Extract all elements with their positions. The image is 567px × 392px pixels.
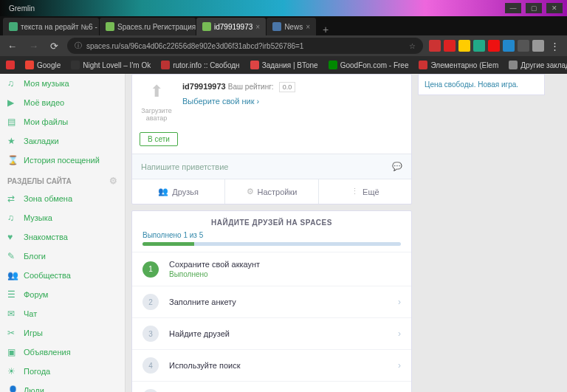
sidebar-item-label: Люди xyxy=(24,386,44,392)
sidebar-item-icon: ▤ xyxy=(7,117,18,127)
bookmark-icon xyxy=(71,61,80,69)
ext-icon[interactable] xyxy=(503,40,515,52)
browser-tab[interactable]: id79919973× xyxy=(196,18,266,35)
tab-label: Друзья xyxy=(172,188,199,196)
ext-icon[interactable] xyxy=(473,40,485,52)
forward-button[interactable]: → xyxy=(26,41,41,52)
sidebar-item[interactable]: ★Закладки xyxy=(0,131,125,151)
sidebar-item[interactable]: ☰Форум xyxy=(0,285,125,304)
bookmark-icon xyxy=(509,61,518,69)
browser-tab[interactable]: Spaces.ru Регистрация× xyxy=(100,18,196,35)
sidebar-item-label: Игры xyxy=(24,329,43,337)
minimize-button[interactable]: — xyxy=(505,3,521,13)
onboarding-step[interactable]: 5Пригласите друзей› xyxy=(132,381,411,392)
yandex-icon[interactable] xyxy=(6,61,15,69)
sidebar-item-label: Мои файлы xyxy=(24,117,68,126)
center-column: ⬆ Загрузите аватар id79919973 Ваш рейтин… xyxy=(131,74,412,392)
tab-label: текста на рерайт №6 - xyxy=(21,23,97,31)
sidebar-item[interactable]: ♫Моя музыка xyxy=(0,74,125,93)
bookmarks-bar: GoogleNight Lovell – I'm Okrutor.info ::… xyxy=(0,56,567,74)
favicon xyxy=(202,22,211,31)
browser-tab[interactable]: News× xyxy=(267,18,316,35)
bookmark-item[interactable]: Night Lovell – I'm Ok xyxy=(71,61,151,69)
sidebar-item[interactable]: ☀Погода xyxy=(0,362,125,381)
step-sublabel: Выполнено xyxy=(169,270,401,278)
sidebar-item[interactable]: ⇄Зона обмена xyxy=(0,189,125,208)
browser-tabs: текста на рерайт №6 - ×Spaces.ru Регистр… xyxy=(0,16,567,35)
window-title: Gremlin xyxy=(9,4,35,13)
sidebar-item-icon: ✎ xyxy=(7,251,18,261)
sidebar-item[interactable]: ♥Знакомства xyxy=(0,227,125,247)
sidebar-item-icon: ♫ xyxy=(7,78,18,89)
onboarding-step[interactable]: 1Сохраните свой аккаунтВыполнено xyxy=(132,252,411,286)
rating-value: 0.0 xyxy=(279,82,296,92)
maximize-button[interactable]: ▢ xyxy=(526,3,542,13)
step-number: 5 xyxy=(142,389,159,392)
bookmark-label: Задания | BTone xyxy=(262,61,318,69)
sidebar-item[interactable]: ⌛История посещений xyxy=(0,151,125,170)
close-button[interactable]: ✕ xyxy=(546,3,563,13)
onboarding-step[interactable]: 2Заполните анкету› xyxy=(132,286,411,317)
bookmark-item[interactable]: Google xyxy=(25,61,61,69)
bookmark-item[interactable]: GoodFon.com - Free xyxy=(329,61,409,69)
browser-tab[interactable]: текста на рерайт №6 - × xyxy=(3,18,99,35)
back-button[interactable]: ← xyxy=(4,41,20,52)
tab-close-icon[interactable]: × xyxy=(306,23,310,31)
sidebar-item[interactable]: ♫Музыка xyxy=(0,208,125,227)
step-number: 3 xyxy=(142,326,159,342)
profile-tab[interactable]: 👥Друзья xyxy=(132,179,225,204)
tab-label: Ещё xyxy=(362,188,379,196)
sidebar-item-icon: ✉ xyxy=(7,309,18,319)
reload-button[interactable]: ⟳ xyxy=(47,41,61,52)
sidebar-item[interactable]: ▤Мои файлы xyxy=(0,112,125,131)
bookmark-star-icon[interactable]: ☆ xyxy=(409,42,416,50)
sidebar-item[interactable]: ✂Игры xyxy=(0,323,125,343)
upload-icon: ⬆ xyxy=(145,82,168,106)
bookmark-icon xyxy=(250,61,259,69)
sidebar-item-label: Моя музыка xyxy=(24,79,69,88)
find-friends-card: НАЙДИТЕ ДРУЗЕЙ НА SPACES Выполнено 1 из … xyxy=(131,210,412,392)
sidebar-item[interactable]: ▶Моё видео xyxy=(0,93,125,112)
sidebar-item-icon: ▣ xyxy=(7,347,18,357)
ext-icon[interactable] xyxy=(429,40,441,52)
tab-label: Настройки xyxy=(258,188,298,196)
sidebar-item[interactable]: ✎Блоги xyxy=(0,247,125,266)
right-panel-link[interactable]: Цена свободы. Новая игра. xyxy=(418,74,545,95)
rating-label: Ваш рейтинг: xyxy=(228,83,274,91)
sidebar-item-icon: ♥ xyxy=(7,232,18,242)
onboarding-step[interactable]: 4Используйте поиск› xyxy=(132,349,411,381)
ext-icon[interactable] xyxy=(488,40,500,52)
profile-tab[interactable]: ⋮Ещё xyxy=(319,179,411,204)
gear-icon[interactable]: ⚙ xyxy=(109,176,117,186)
sidebar-item-label: Зона обмена xyxy=(24,194,72,203)
bookmark-item[interactable]: rutor.info :: Свободн xyxy=(161,61,239,69)
url-input[interactable]: ⓘ spaces.ru/sa/96ca4d06c22656d8e902e3d06… xyxy=(67,38,423,54)
bookmark-label: Элементарно (Elem xyxy=(430,61,498,69)
bookmark-label: rutor.info :: Свободн xyxy=(173,61,239,69)
ext-icon[interactable] xyxy=(444,40,456,52)
bookmark-label: Google xyxy=(37,61,61,69)
ext-icon[interactable] xyxy=(518,40,529,52)
sidebar-item[interactable]: 👥Сообщества xyxy=(0,266,125,285)
greeting-placeholder: Напишите приветствие xyxy=(141,162,228,171)
choose-nick-link[interactable]: Выберите свой ник › xyxy=(182,97,259,106)
sidebar-item[interactable]: ✉Чат xyxy=(0,304,125,323)
bookmark-item[interactable]: Задания | BTone xyxy=(250,61,318,69)
greeting-input[interactable]: Напишите приветствие 💬 xyxy=(132,154,411,179)
tab-close-icon[interactable]: × xyxy=(255,23,260,31)
profile-tab[interactable]: ⚙Настройки xyxy=(225,179,318,204)
bookmark-label: Другие закладки xyxy=(520,61,567,69)
sidebar-item-label: Форум xyxy=(24,290,48,299)
ext-icon[interactable] xyxy=(458,40,470,52)
new-tab-button[interactable]: + xyxy=(317,24,334,35)
online-badge: В сети xyxy=(140,132,178,146)
avatar-upload[interactable]: ⬆ Загрузите аватар xyxy=(140,82,173,122)
onboarding-step[interactable]: 3Найдите друзей› xyxy=(132,317,411,349)
sidebar-item[interactable]: 👤Люди xyxy=(0,381,125,392)
bookmark-item[interactable]: Элементарно (Elem xyxy=(419,61,498,69)
menu-icon[interactable]: ⋮ xyxy=(547,41,563,52)
globe-icon: ⓘ xyxy=(75,41,82,51)
ext-icon[interactable] xyxy=(532,40,544,52)
sidebar-item[interactable]: ▣Объявления xyxy=(0,343,125,362)
bookmark-item[interactable]: Другие закладки xyxy=(509,61,567,69)
